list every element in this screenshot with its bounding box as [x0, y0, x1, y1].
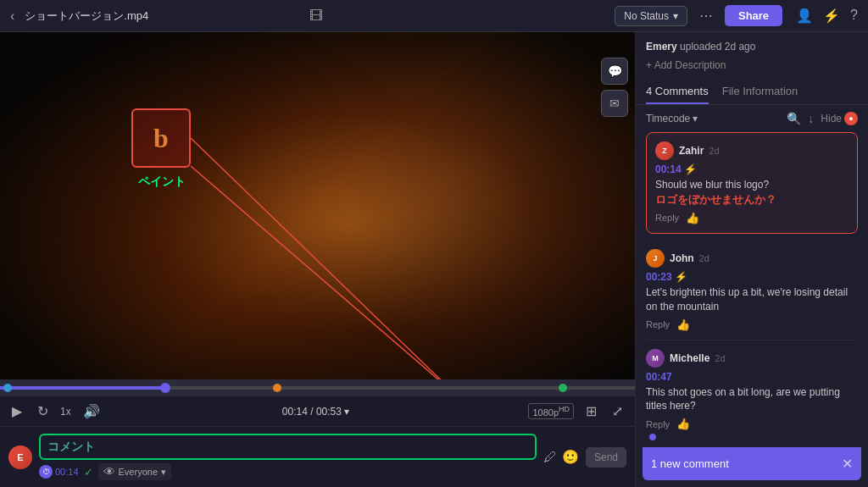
timecode-filter[interactable]: Timecode ▾	[646, 113, 698, 125]
progress-thumb[interactable]	[160, 383, 170, 393]
like-zahir[interactable]: 👍	[686, 212, 699, 224]
loop-button[interactable]: ↻	[34, 401, 52, 421]
timecode-zahir: 00:14 ⚡	[655, 163, 849, 175]
new-comment-bar[interactable]: 1 new comment ✕	[643, 447, 861, 480]
author-zahir: Zahir	[679, 145, 704, 157]
progress-bar[interactable]	[0, 379, 635, 396]
annotation-tool-button[interactable]: 💬	[601, 58, 628, 85]
video-area[interactable]: b ペイント 💬 ✉	[0, 32, 635, 379]
tab-comments[interactable]: 4 Comments	[646, 80, 709, 104]
hide-button[interactable]: Hide ●	[821, 112, 858, 125]
comment-zahir: Z Zahir 2d 00:14 ⚡ Should we blur this l…	[646, 132, 858, 234]
speed-label: 1x	[60, 406, 71, 418]
video-sidebar-icons: 💬 ✉	[601, 58, 628, 117]
status-arrow: ▾	[673, 10, 678, 22]
marker-green	[559, 384, 567, 392]
search-icon[interactable]: 🔍	[787, 112, 801, 125]
timecode-circle: ⏱	[39, 465, 53, 479]
volume-button[interactable]: 🔊	[80, 401, 103, 421]
download-icon[interactable]: ↓	[808, 112, 814, 125]
comment-meta: ⏱ 00:14 ✓ 👁 Everyone ▾	[39, 463, 537, 480]
film-icon: 🎞	[309, 8, 323, 24]
smiley-icon[interactable]: 🙂	[562, 449, 579, 465]
play-button[interactable]: ▶	[8, 401, 25, 421]
comment-header: J John 2d	[646, 249, 858, 268]
text-john: Let's brighten this up a bit, we're losi…	[646, 285, 858, 314]
topbar: ‹ ショートバージョン.mp4 🎞 No Status ▾ ⋯ Share 👤 …	[0, 0, 868, 32]
help-icon[interactable]: ?	[850, 8, 858, 24]
status-button[interactable]: No Status ▾	[615, 6, 687, 26]
reply-zahir[interactable]: Reply	[655, 213, 679, 223]
tab-file-info[interactable]: File Information	[722, 80, 798, 104]
timecode-display: 00:14 / 00:53 ▾	[112, 406, 520, 418]
actions-john: Reply 👍	[646, 318, 858, 331]
sidebar-header: Emery uploaded 2d ago + Add Description	[636, 32, 868, 80]
avatar-john: J	[646, 249, 665, 268]
send-button[interactable]: Send	[586, 447, 626, 468]
comments-toolbar: Timecode ▾ 🔍 ↓ Hide ●	[636, 105, 868, 132]
comment-header: M Michelle 2d	[646, 349, 858, 368]
video-overlay	[0, 32, 635, 379]
marker-start	[3, 384, 12, 392]
comment-michelle: M Michelle 2d 00:47 This shot goes on a …	[646, 340, 858, 447]
time-zahir: 2d	[709, 146, 719, 156]
video-background: b ペイント 💬 ✉	[0, 32, 635, 379]
add-description-button[interactable]: + Add Description	[646, 59, 858, 71]
right-sidebar: Emery uploaded 2d ago + Add Description …	[635, 32, 868, 487]
actions-zahir: Reply 👍	[655, 212, 849, 224]
draw-tool-button[interactable]: ✉	[601, 90, 628, 117]
sidebar-tabs: 4 Comments File Information	[636, 80, 868, 105]
actions-michelle: Reply 👍	[646, 418, 858, 430]
topbar-icons: 👤 ⚡ ?	[796, 8, 858, 24]
emoji-icon[interactable]: 🖊	[543, 450, 557, 465]
share-button[interactable]: Share	[725, 5, 782, 26]
reply-michelle[interactable]: Reply	[646, 419, 670, 429]
audience-selector[interactable]: 👁 Everyone ▾	[98, 463, 171, 480]
avatar-zahir: Z	[655, 141, 674, 160]
fullscreen-button[interactable]: ⤢	[609, 401, 626, 421]
timecode-check: ✓	[84, 466, 93, 479]
author-john: John	[670, 252, 694, 264]
time-john: 2d	[699, 253, 709, 263]
progress-fill	[0, 386, 165, 390]
user-avatar: E	[8, 445, 32, 469]
marker-orange	[273, 384, 281, 392]
new-comment-label: 1 new comment	[651, 457, 729, 470]
avatar-michelle: M	[646, 349, 665, 368]
logo-letter: b	[153, 123, 169, 154]
status-label: No Status	[624, 10, 669, 22]
quality-badge: 1080pHD	[528, 403, 574, 419]
timecode-john: 00:23 ⚡	[646, 271, 858, 283]
comment-input[interactable]	[39, 434, 537, 460]
unread-dot	[649, 434, 656, 440]
main-content: b ペイント 💬 ✉	[0, 32, 868, 487]
comment-tools: 🖊 🙂	[543, 449, 579, 465]
bolt-icon[interactable]: ⚡	[823, 8, 840, 24]
controls-row: ▶ ↻ 1x 🔊 00:14 / 00:53 ▾ 1080pHD ⊞ ⤢	[0, 396, 635, 426]
timecode-michelle: 00:47	[646, 371, 858, 383]
hide-circle: ●	[844, 112, 858, 125]
time-michelle: 2d	[715, 353, 725, 363]
text-michelle: This shot goes on a bit long, are we put…	[646, 385, 858, 414]
text-zahir-japanese: ロゴをぼかせませんか？	[655, 192, 849, 208]
reply-john[interactable]: Reply	[646, 319, 670, 329]
comment-john: J John 2d 00:23 ⚡ Let's brighten this up…	[646, 241, 858, 340]
close-new-comment[interactable]: ✕	[842, 456, 853, 472]
user-icon[interactable]: 👤	[796, 8, 813, 24]
more-options-button[interactable]: ⋯	[694, 4, 718, 27]
paint-label: ペイント	[138, 174, 186, 190]
like-john[interactable]: 👍	[676, 318, 690, 331]
video-panel: b ペイント 💬 ✉	[0, 32, 635, 487]
uploader-info: Emery uploaded 2d ago	[646, 41, 858, 53]
comment-header: Z Zahir 2d	[655, 141, 849, 160]
annotation-box: b	[131, 108, 191, 168]
grid-view-button[interactable]: ⊞	[582, 401, 600, 421]
back-button[interactable]: ‹	[10, 8, 14, 24]
like-michelle[interactable]: 👍	[676, 418, 690, 430]
comment-input-area: E コメント ⏱ 00:14 ✓ 👁 Everyone ▾	[0, 426, 635, 487]
comments-list: Z Zahir 2d 00:14 ⚡ Should we blur this l…	[636, 132, 868, 447]
comment-input-wrapper: コメント ⏱ 00:14 ✓ 👁 Everyone ▾	[39, 434, 537, 480]
comment-field-wrap: コメント	[39, 434, 537, 460]
text-zahir: Should we blur this logo?	[655, 178, 849, 192]
comment-timecode[interactable]: ⏱ 00:14	[39, 465, 79, 479]
